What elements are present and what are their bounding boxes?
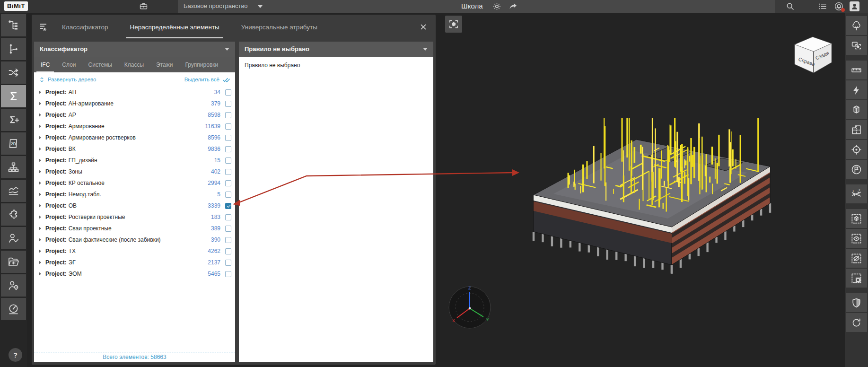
expander-triangle-icon[interactable] bbox=[39, 170, 41, 174]
expander-triangle-icon[interactable] bbox=[39, 261, 41, 264]
gear-icon[interactable] bbox=[492, 1, 502, 11]
row-checkbox[interactable] bbox=[225, 237, 231, 243]
tree-row[interactable]: Project:АР8598 bbox=[34, 109, 235, 121]
expander-triangle-icon[interactable] bbox=[39, 124, 41, 128]
tree-row[interactable]: Project:Зоны402 bbox=[34, 166, 235, 177]
workspace-dropdown[interactable]: Базовое пространство bbox=[184, 2, 263, 9]
tool-user-location-button[interactable] bbox=[1, 274, 26, 297]
expander-triangle-icon[interactable] bbox=[39, 136, 41, 140]
view-tool-ruler-button[interactable] bbox=[846, 61, 867, 79]
subtab-этажи[interactable]: Этажи bbox=[156, 61, 173, 68]
tree-row[interactable]: Project:КР остальное2994 bbox=[34, 177, 235, 189]
tree-row[interactable]: Project:Ростверки проектные183 bbox=[34, 211, 235, 223]
subtab-системы[interactable]: Системы bbox=[88, 61, 112, 68]
panel-menu-icon[interactable] bbox=[38, 21, 50, 33]
tool-org-chart-button[interactable] bbox=[1, 156, 26, 178]
tree-row[interactable]: Project:ТХ4262 bbox=[34, 245, 235, 257]
select-all-link[interactable]: Выделить всё bbox=[184, 76, 230, 84]
row-checkbox-checked[interactable] bbox=[225, 203, 231, 209]
expander-triangle-icon[interactable] bbox=[39, 192, 41, 196]
tree-row[interactable]: Project:ГП_дизайн15 bbox=[34, 155, 235, 166]
expander-triangle-icon[interactable] bbox=[39, 249, 41, 253]
view-tool-frame-select-button[interactable] bbox=[846, 36, 867, 55]
rule-header-dropdown[interactable]: Правило не выбрано bbox=[239, 42, 433, 57]
share-icon[interactable] bbox=[508, 1, 518, 11]
tree-row[interactable]: Project:Немод.табл.5 bbox=[34, 189, 235, 200]
tool-sigma-button[interactable] bbox=[1, 85, 26, 107]
row-checkbox[interactable] bbox=[225, 192, 231, 198]
view-tool-focus-target-button[interactable] bbox=[846, 140, 867, 159]
focus-selection-button[interactable] bbox=[445, 16, 462, 33]
axis-gizmo[interactable]: Z X Y bbox=[447, 284, 492, 329]
tree-row[interactable]: Project:АН-армирование379 bbox=[34, 98, 235, 109]
row-checkbox[interactable] bbox=[225, 214, 231, 220]
subtab-слои[interactable]: Слои bbox=[62, 61, 76, 68]
tree-row[interactable]: Project:АН34 bbox=[34, 87, 235, 98]
row-checkbox[interactable] bbox=[225, 112, 231, 118]
expander-triangle-icon[interactable] bbox=[39, 102, 41, 105]
tree-row[interactable]: Project:ВК9836 bbox=[34, 143, 235, 155]
view-tool-clear-selection-button[interactable] bbox=[846, 269, 867, 288]
row-checkbox[interactable] bbox=[225, 123, 231, 130]
row-checkbox[interactable] bbox=[225, 101, 231, 107]
expander-triangle-icon[interactable] bbox=[39, 272, 41, 276]
row-checkbox[interactable] bbox=[225, 248, 231, 254]
view-tool-flag-button[interactable] bbox=[846, 160, 867, 179]
view-tool-tree-button[interactable] bbox=[846, 16, 867, 35]
notifications-bell-icon[interactable] bbox=[834, 1, 844, 11]
expander-triangle-icon[interactable] bbox=[39, 181, 41, 185]
view-tool-reload-button[interactable] bbox=[846, 313, 867, 332]
row-checkbox[interactable] bbox=[225, 271, 231, 277]
row-checkbox[interactable] bbox=[225, 180, 231, 186]
help-button[interactable]: ? bbox=[9, 348, 22, 362]
tree-row[interactable]: Project:Армирование ростверков8596 bbox=[34, 132, 235, 143]
tool-trend-chart-button[interactable] bbox=[1, 180, 26, 202]
view-tool-isolate-cube-button[interactable] bbox=[846, 209, 867, 228]
view-tool-shield-button[interactable] bbox=[846, 293, 867, 312]
view-tool-section-cube-button[interactable] bbox=[846, 100, 867, 119]
tool-puzzle-button[interactable] bbox=[1, 203, 26, 226]
row-checkbox[interactable] bbox=[225, 226, 231, 232]
expander-triangle-icon[interactable] bbox=[39, 90, 41, 94]
expander-triangle-icon[interactable] bbox=[39, 238, 41, 242]
search-icon[interactable] bbox=[785, 1, 795, 11]
row-checkbox[interactable] bbox=[225, 169, 231, 175]
view-tool-hide-eye-button[interactable] bbox=[846, 249, 867, 268]
tree-row[interactable]: Project:Сваи фактические (после забивки)… bbox=[34, 234, 235, 245]
subtab-группировки[interactable]: Группировки bbox=[185, 61, 219, 68]
tree-row[interactable]: Project:ОВ3339 bbox=[34, 200, 235, 211]
subtab-классы[interactable]: Классы bbox=[124, 61, 144, 68]
classifier-header-dropdown[interactable]: Классификатор bbox=[34, 42, 235, 57]
subtab-ifc[interactable]: IFC bbox=[41, 61, 50, 68]
expander-triangle-icon[interactable] bbox=[39, 158, 41, 162]
close-icon[interactable] bbox=[419, 22, 428, 32]
tree-row[interactable]: Project:ЭГ2137 bbox=[34, 257, 235, 268]
tool-sheet-2d-button[interactable]: 2D bbox=[1, 132, 26, 155]
expander-triangle-icon[interactable] bbox=[39, 113, 41, 117]
tree-row[interactable]: Project:Сваи проектные389 bbox=[34, 223, 235, 234]
viewport-3d[interactable]: Справа Сзади Z X Y bbox=[436, 13, 845, 367]
tool-user-check-button[interactable] bbox=[1, 227, 26, 249]
expander-triangle-icon[interactable] bbox=[39, 204, 41, 208]
view-tool-show-eye-button[interactable] bbox=[846, 229, 867, 248]
briefcase-icon[interactable] bbox=[139, 1, 149, 11]
row-checkbox[interactable] bbox=[225, 89, 231, 96]
panel-tab-0[interactable]: Классификатор bbox=[62, 24, 108, 31]
expander-triangle-icon[interactable] bbox=[39, 227, 41, 230]
tool-shuffle-button[interactable] bbox=[1, 61, 26, 84]
expander-triangle-icon[interactable] bbox=[39, 147, 41, 151]
view-tool-flash-button[interactable] bbox=[846, 80, 867, 99]
tool-merge-branch-button[interactable] bbox=[1, 38, 26, 60]
row-checkbox[interactable] bbox=[225, 146, 231, 152]
tool-structure-tree-button[interactable] bbox=[1, 14, 26, 36]
list-icon[interactable] bbox=[818, 1, 828, 11]
user-avatar[interactable] bbox=[850, 1, 859, 11]
tool-folder-return-button[interactable] bbox=[1, 251, 26, 273]
view-tool-floor-plan-button[interactable] bbox=[846, 120, 867, 139]
tool-sigma-plus-button[interactable] bbox=[1, 109, 26, 131]
view-tool-clash-button[interactable]: 12 bbox=[846, 184, 867, 203]
panel-tab-1[interactable]: Нераспределённые элементы bbox=[130, 24, 219, 31]
expander-triangle-icon[interactable] bbox=[39, 215, 41, 219]
tree-row[interactable]: Project:Армирование11639 bbox=[34, 121, 235, 132]
row-checkbox[interactable] bbox=[225, 157, 231, 164]
